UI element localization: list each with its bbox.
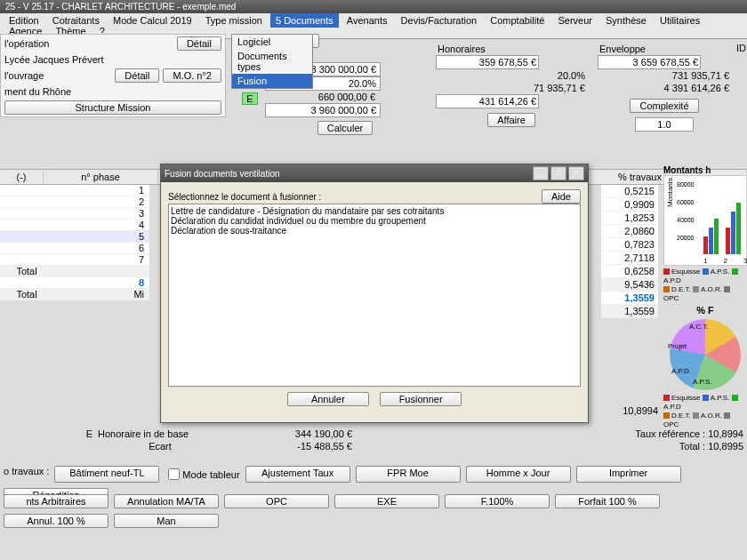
dropdown-documents-types[interactable]: Documents types <box>232 49 312 74</box>
phase-row-selected[interactable]: 5 <box>0 231 149 243</box>
phase-row-8[interactable]: 8 <box>0 277 149 289</box>
honoraires-panel: Honoraires 359 678,55 € 20.0% 71 935,71 … <box>436 43 587 128</box>
menu-avenants[interactable]: Avenants <box>341 13 393 28</box>
pct-cell: 0,6258 <box>601 265 658 278</box>
list-item[interactable]: Lettre de candidature - Désignation du m… <box>171 206 578 216</box>
mode-tableur-checkbox[interactable] <box>168 468 180 480</box>
imprimer-button[interactable]: Imprimer <box>576 466 681 483</box>
e-label: E <box>4 428 92 439</box>
charts-panel: Montants h Montants 80000600004000020000… <box>663 165 747 431</box>
status-footer: E Honoraire in de base 344 190,00 € Taux… <box>0 425 747 455</box>
aide-button[interactable]: Aide <box>542 189 581 204</box>
hommexjour-button[interactable]: Homme x Jour <box>466 466 571 483</box>
ttc-field[interactable]: 3 960 000,00 € <box>265 103 381 117</box>
pie-chart: A.C.T. Projet A.P.D. A.P.S. <box>670 319 741 390</box>
operation-label: l'opération <box>4 38 173 49</box>
exe-button[interactable]: EXE <box>334 494 439 508</box>
menu-synthese[interactable]: Synthèse <box>600 13 652 28</box>
structure-mission-button[interactable]: Structure Mission <box>4 100 221 115</box>
man-button[interactable]: Man <box>114 514 219 528</box>
menu-devis[interactable]: Devis/Facturation <box>396 13 483 28</box>
list-item[interactable]: Déclaration de sous-traitance <box>171 226 578 236</box>
pct-final: 1,3559 <box>601 305 658 318</box>
tva-value: 660 000,00 € <box>265 91 379 103</box>
hono-base-value: 344 190,00 € <box>228 428 352 439</box>
phase-row[interactable]: 7 <box>0 254 149 266</box>
ecart-label: Ecart <box>98 441 222 452</box>
forfait100-button[interactable]: Forfait 100 % <box>555 494 660 508</box>
pct-cell: 0,9909 <box>601 198 658 212</box>
fusionner-button[interactable]: Fusionner <box>380 392 462 406</box>
hono-base-label: Honoraire in de base <box>98 428 222 439</box>
honoraires-ht[interactable]: 359 678,55 € <box>436 55 539 69</box>
complexite-button[interactable]: Complexité <box>630 99 698 113</box>
pct-total: 9,5436 <box>601 278 658 292</box>
pct-cell: 0,5215 <box>601 185 658 198</box>
affaire-button[interactable]: Affaire <box>487 113 535 127</box>
arbitraires-button[interactable]: nts Arbitraires <box>4 494 108 508</box>
ouvrage-label: l'ouvrage <box>4 70 111 81</box>
menu-serveur[interactable]: Serveur <box>552 13 598 28</box>
fusion-document-list[interactable]: Lettre de candidature - Désignation du m… <box>168 204 581 387</box>
phase-list: 1 2 3 4 5 6 7 Total 8 TotalMi <box>0 185 149 300</box>
pct-8: 1,3559 <box>601 292 658 305</box>
ajustement-button[interactable]: Ajustement Taux <box>245 466 350 483</box>
opc-button[interactable]: OPC <box>224 494 329 508</box>
school-name: Lycée Jacques Prévert <box>4 54 221 65</box>
ecart-value: -15 488,55 € <box>228 441 352 452</box>
close-icon[interactable]: × <box>568 166 584 180</box>
phase-total-row: Total <box>0 266 149 277</box>
id-column: ID <box>736 43 747 53</box>
phase-row[interactable]: 3 <box>0 208 149 220</box>
minimize-icon[interactable]: _ <box>533 166 549 180</box>
phase-row[interactable]: 6 <box>0 243 149 254</box>
pct-10-89: 10,8994 <box>601 405 658 416</box>
phase-row[interactable]: 4 <box>0 220 149 231</box>
detail-button[interactable]: Détail <box>177 36 221 51</box>
annulation-ma-button[interactable]: Annulation MA/TA <box>114 494 219 508</box>
phase-row[interactable]: 1 <box>0 185 149 196</box>
modal-title: Fusion documents ventilation <box>165 169 280 179</box>
pct-cell: 1,8253 <box>601 212 658 225</box>
dropdown-logiciel[interactable]: Logiciel <box>232 35 312 49</box>
total-value: Total : 10,8995 <box>679 441 743 452</box>
batiment-button[interactable]: Bâtiment neuf-TL <box>54 466 159 483</box>
complexite-field[interactable]: 1.0 <box>635 117 694 132</box>
enveloppe-ht[interactable]: 3 659 678,55 € <box>598 55 701 69</box>
honoraires-title: Honoraires <box>436 43 587 55</box>
enveloppe-title: Enveloppe <box>598 43 731 55</box>
y-axis-label: Montants <box>666 178 674 207</box>
list-item[interactable]: Déclaration du candidat individuel ou du… <box>171 216 578 226</box>
menu-compta[interactable]: Comptabilité <box>485 13 550 28</box>
menu-type-mission[interactable]: Type mission <box>200 13 268 28</box>
honoraires-taux: 20.0% <box>436 69 587 82</box>
chart-montants-title: Montants h <box>663 165 747 175</box>
mo-button[interactable]: M.O. n°2 <box>163 68 221 83</box>
detail2-button[interactable]: Détail <box>115 68 159 83</box>
enveloppe-ttc: 4 391 614,26 € <box>598 82 731 94</box>
phase-row[interactable]: 2 <box>0 196 149 208</box>
pct-cell: 0,7823 <box>601 238 658 252</box>
travaux-label: o travaux : <box>4 466 49 483</box>
bar-chart: Montants 80000600004000020000 123 <box>663 175 747 266</box>
col-pct-travaux: % travaux <box>601 170 666 184</box>
maximize-icon[interactable]: □ <box>550 166 566 180</box>
honoraires-ttc[interactable]: 431 614,26 € <box>436 94 539 108</box>
taux-reference: Taux référence : 10,8994 <box>635 428 743 439</box>
mode-tableur-label: Mode tableur <box>182 469 239 480</box>
f100-button[interactable]: F.100% <box>445 494 550 508</box>
annul100-button[interactable]: Annul. 100 % <box>4 514 108 528</box>
phase-total-row-2: TotalMi <box>0 289 149 300</box>
menu-mode-calcul[interactable]: Mode Calcul 2019 <box>108 13 197 28</box>
menu-documents[interactable]: 5 Documents <box>270 13 339 28</box>
e-indicator: E <box>242 92 258 105</box>
annuler-button[interactable]: Annuler <box>287 392 369 406</box>
pie-title: % F <box>663 305 747 316</box>
menu-utilitaires[interactable]: Utilitaires <box>655 13 705 28</box>
documents-dropdown: Logiciel Documents types Fusion <box>231 34 313 89</box>
calculer-button[interactable]: Calculer <box>317 121 373 135</box>
fpr-button[interactable]: FPR Moe <box>356 466 461 483</box>
dropdown-fusion[interactable]: Fusion <box>232 74 312 88</box>
col-phase: n° phase <box>44 170 158 184</box>
button-row-2: nts Arbitraires Annulation MA/TA OPC EXE… <box>0 491 747 532</box>
